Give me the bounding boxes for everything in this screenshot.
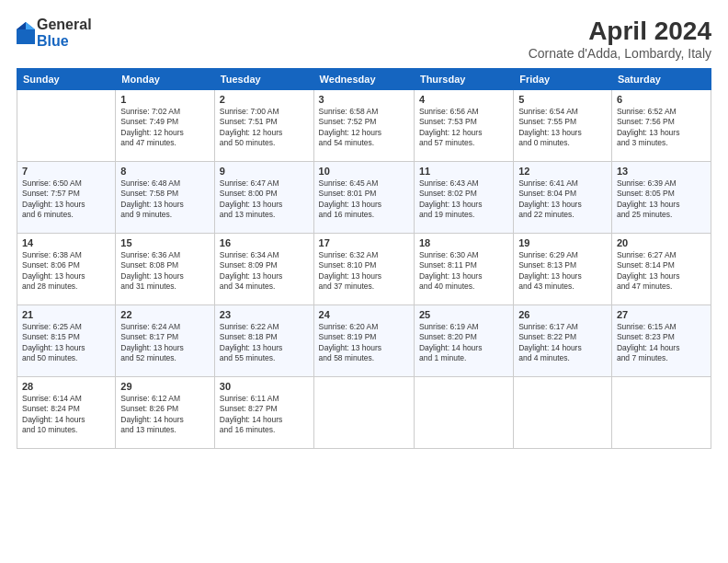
day-number: 4 [419,94,508,105]
calendar-cell: 9Sunrise: 6:47 AM Sunset: 8:00 PM Daylig… [214,162,313,234]
logo-text: General Blue [37,17,92,49]
calendar-cell: 25Sunrise: 6:19 AM Sunset: 8:20 PM Dayli… [414,305,513,377]
calendar-cell: 7Sunrise: 6:50 AM Sunset: 7:57 PM Daylig… [17,162,116,234]
day-number: 24 [319,309,409,320]
month-title: April 2024 [529,17,711,46]
day-number: 6 [617,94,706,105]
day-info: Sunrise: 6:34 AM Sunset: 8:09 PM Dayligh… [220,250,309,293]
day-info: Sunrise: 6:47 AM Sunset: 8:00 PM Dayligh… [220,178,309,221]
day-header-thursday: Thursday [414,69,513,90]
page: General Blue April 2024 Cornate d'Adda, … [0,0,728,563]
logo-general-text: General [37,17,92,33]
day-header-sunday: Sunday [17,69,116,90]
week-row-4: 21Sunrise: 6:25 AM Sunset: 8:15 PM Dayli… [17,305,711,377]
location-title: Cornate d'Adda, Lombardy, Italy [529,46,711,61]
calendar-cell: 4Sunrise: 6:56 AM Sunset: 7:53 PM Daylig… [414,90,513,162]
calendar-cell [611,377,711,449]
day-number: 5 [518,94,607,105]
day-info: Sunrise: 6:14 AM Sunset: 8:24 PM Dayligh… [22,394,110,436]
day-header-tuesday: Tuesday [214,69,313,90]
day-info: Sunrise: 6:50 AM Sunset: 7:57 PM Dayligh… [22,178,110,221]
day-info: Sunrise: 6:20 AM Sunset: 8:19 PM Dayligh… [319,322,409,364]
title-block: April 2024 Cornate d'Adda, Lombardy, Ita… [529,17,711,61]
calendar-cell: 21Sunrise: 6:25 AM Sunset: 8:15 PM Dayli… [17,305,116,377]
day-info: Sunrise: 6:32 AM Sunset: 8:10 PM Dayligh… [319,250,409,293]
day-info: Sunrise: 6:45 AM Sunset: 8:01 PM Dayligh… [319,178,409,221]
day-number: 18 [419,237,508,248]
day-info: Sunrise: 6:29 AM Sunset: 8:13 PM Dayligh… [518,250,607,293]
week-row-1: 1Sunrise: 7:02 AM Sunset: 7:49 PM Daylig… [17,90,711,162]
header: General Blue April 2024 Cornate d'Adda, … [17,17,711,61]
day-header-friday: Friday [514,69,612,90]
day-info: Sunrise: 6:36 AM Sunset: 8:08 PM Dayligh… [120,250,210,293]
day-number: 1 [120,94,210,105]
calendar-cell: 6Sunrise: 6:52 AM Sunset: 7:56 PM Daylig… [611,90,711,162]
header-row: SundayMondayTuesdayWednesdayThursdayFrid… [17,69,711,90]
day-number: 25 [419,309,508,320]
day-number: 19 [518,237,607,248]
calendar-cell: 3Sunrise: 6:58 AM Sunset: 7:52 PM Daylig… [313,90,414,162]
day-number: 17 [319,237,409,248]
calendar-cell: 22Sunrise: 6:24 AM Sunset: 8:17 PM Dayli… [116,305,215,377]
day-number: 9 [220,166,309,177]
day-header-saturday: Saturday [611,69,711,90]
day-info: Sunrise: 6:48 AM Sunset: 7:58 PM Dayligh… [120,178,210,221]
calendar-cell: 19Sunrise: 6:29 AM Sunset: 8:13 PM Dayli… [514,234,612,305]
day-info: Sunrise: 6:54 AM Sunset: 7:55 PM Dayligh… [518,107,607,149]
calendar-cell: 13Sunrise: 6:39 AM Sunset: 8:05 PM Dayli… [611,162,711,234]
day-number: 28 [22,381,110,392]
calendar-cell [414,377,513,449]
day-info: Sunrise: 6:52 AM Sunset: 7:56 PM Dayligh… [617,107,706,149]
day-info: Sunrise: 6:30 AM Sunset: 8:11 PM Dayligh… [419,250,508,293]
calendar-cell: 30Sunrise: 6:11 AM Sunset: 8:27 PM Dayli… [214,377,313,449]
calendar-cell: 17Sunrise: 6:32 AM Sunset: 8:10 PM Dayli… [313,234,414,305]
calendar-cell: 5Sunrise: 6:54 AM Sunset: 7:55 PM Daylig… [514,90,612,162]
day-number: 7 [22,166,110,177]
calendar-cell: 26Sunrise: 6:17 AM Sunset: 8:22 PM Dayli… [514,305,612,377]
calendar-cell: 18Sunrise: 6:30 AM Sunset: 8:11 PM Dayli… [414,234,513,305]
calendar-cell: 2Sunrise: 7:00 AM Sunset: 7:51 PM Daylig… [214,90,313,162]
day-number: 14 [22,237,110,248]
day-number: 16 [220,237,309,248]
day-number: 8 [120,166,210,177]
day-info: Sunrise: 6:19 AM Sunset: 8:20 PM Dayligh… [419,322,508,364]
day-info: Sunrise: 6:22 AM Sunset: 8:18 PM Dayligh… [220,322,309,364]
calendar-cell: 20Sunrise: 6:27 AM Sunset: 8:14 PM Dayli… [611,234,711,305]
calendar-cell: 23Sunrise: 6:22 AM Sunset: 8:18 PM Dayli… [214,305,313,377]
week-row-2: 7Sunrise: 6:50 AM Sunset: 7:57 PM Daylig… [17,162,711,234]
day-number: 10 [319,166,409,177]
calendar-cell: 29Sunrise: 6:12 AM Sunset: 8:26 PM Dayli… [116,377,215,449]
calendar-cell: 14Sunrise: 6:38 AM Sunset: 8:06 PM Dayli… [17,234,116,305]
svg-marker-1 [26,22,35,29]
day-info: Sunrise: 6:17 AM Sunset: 8:22 PM Dayligh… [518,322,607,364]
calendar-cell: 24Sunrise: 6:20 AM Sunset: 8:19 PM Dayli… [313,305,414,377]
day-info: Sunrise: 6:11 AM Sunset: 8:27 PM Dayligh… [220,394,309,436]
day-info: Sunrise: 6:12 AM Sunset: 8:26 PM Dayligh… [120,394,210,436]
logo-icon [17,22,35,44]
day-number: 27 [617,309,706,320]
calendar-cell [17,90,116,162]
day-number: 2 [220,94,309,105]
day-number: 20 [617,237,706,248]
day-info: Sunrise: 6:15 AM Sunset: 8:23 PM Dayligh… [617,322,706,364]
calendar-cell: 8Sunrise: 6:48 AM Sunset: 7:58 PM Daylig… [116,162,215,234]
day-info: Sunrise: 6:24 AM Sunset: 8:17 PM Dayligh… [120,322,210,364]
day-number: 26 [518,309,607,320]
calendar-cell: 28Sunrise: 6:14 AM Sunset: 8:24 PM Dayli… [17,377,116,449]
day-header-monday: Monday [116,69,215,90]
calendar-cell: 16Sunrise: 6:34 AM Sunset: 8:09 PM Dayli… [214,234,313,305]
day-header-wednesday: Wednesday [313,69,414,90]
day-number: 13 [617,166,706,177]
day-info: Sunrise: 6:58 AM Sunset: 7:52 PM Dayligh… [319,107,409,149]
day-number: 29 [120,381,210,392]
svg-marker-2 [17,22,26,29]
logo: General Blue [17,17,92,49]
day-info: Sunrise: 6:56 AM Sunset: 7:53 PM Dayligh… [419,107,508,149]
logo-blue-text: Blue [37,33,92,50]
day-info: Sunrise: 6:43 AM Sunset: 8:02 PM Dayligh… [419,178,508,221]
calendar-cell: 27Sunrise: 6:15 AM Sunset: 8:23 PM Dayli… [611,305,711,377]
day-info: Sunrise: 6:38 AM Sunset: 8:06 PM Dayligh… [22,250,110,293]
day-number: 21 [22,309,110,320]
calendar-cell: 15Sunrise: 6:36 AM Sunset: 8:08 PM Dayli… [116,234,215,305]
calendar-cell: 12Sunrise: 6:41 AM Sunset: 8:04 PM Dayli… [514,162,612,234]
